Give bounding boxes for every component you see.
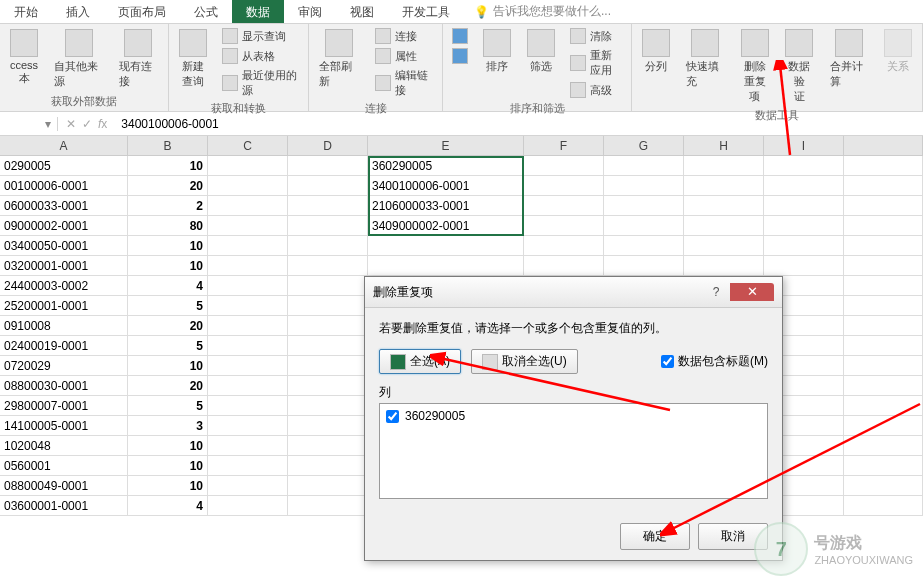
deselect-all-button[interactable]: 取消全选(U) xyxy=(471,349,578,374)
cell[interactable] xyxy=(844,416,923,435)
cell[interactable]: 00100006-0001 xyxy=(0,176,128,195)
cell[interactable] xyxy=(844,316,923,335)
dialog-close-button[interactable]: ✕ xyxy=(730,283,774,301)
cell[interactable]: 3409000002-0001 xyxy=(368,216,524,235)
cell[interactable] xyxy=(844,236,923,255)
cell[interactable]: 03400050-0001 xyxy=(0,236,128,255)
cell[interactable]: 25200001-0001 xyxy=(0,296,128,315)
accept-formula-icon[interactable]: ✓ xyxy=(82,117,92,131)
tell-me[interactable]: 💡告诉我您想要做什么... xyxy=(464,0,621,23)
cell[interactable]: 08800049-0001 xyxy=(0,476,128,495)
cell[interactable]: 3 xyxy=(128,416,208,435)
cell[interactable] xyxy=(844,216,923,235)
cell[interactable] xyxy=(208,456,288,475)
tab-view[interactable]: 视图 xyxy=(336,0,388,23)
cell[interactable] xyxy=(368,256,524,275)
cell[interactable] xyxy=(288,396,368,415)
ok-button[interactable]: 确定 xyxy=(620,523,690,550)
cell[interactable] xyxy=(208,356,288,375)
cell[interactable] xyxy=(288,216,368,235)
cell[interactable]: 5 xyxy=(128,296,208,315)
cell[interactable]: 10 xyxy=(128,456,208,475)
cell[interactable] xyxy=(764,176,844,195)
cancel-formula-icon[interactable]: ✕ xyxy=(66,117,76,131)
btn-refresh-all[interactable]: 全部刷新 xyxy=(315,27,364,91)
cell[interactable] xyxy=(524,176,604,195)
cell[interactable]: 360290005 xyxy=(368,156,524,175)
cell[interactable] xyxy=(208,376,288,395)
cell[interactable] xyxy=(604,156,684,175)
cell[interactable] xyxy=(684,256,764,275)
cell[interactable] xyxy=(844,336,923,355)
cell[interactable] xyxy=(844,196,923,215)
cell[interactable]: 0560001 xyxy=(0,456,128,475)
col-header-f[interactable]: F xyxy=(524,136,604,155)
cell[interactable] xyxy=(288,336,368,355)
cell[interactable] xyxy=(764,236,844,255)
cell[interactable]: 14100005-0001 xyxy=(0,416,128,435)
btn-from-table[interactable]: 从表格 xyxy=(219,47,302,65)
cell[interactable] xyxy=(524,196,604,215)
cell[interactable] xyxy=(208,316,288,335)
cell[interactable] xyxy=(288,256,368,275)
cell[interactable] xyxy=(288,296,368,315)
btn-sort[interactable]: 排序 xyxy=(479,27,515,76)
table-row[interactable]: 06000033-000122106000033-0001 xyxy=(0,196,923,216)
cell[interactable] xyxy=(288,436,368,455)
cell[interactable] xyxy=(288,476,368,495)
cell[interactable]: 20 xyxy=(128,176,208,195)
cell[interactable]: 24400003-0002 xyxy=(0,276,128,295)
has-header-checkbox[interactable]: 数据包含标题(M) xyxy=(661,353,768,370)
col-header-h[interactable]: H xyxy=(684,136,764,155)
cell[interactable]: 5 xyxy=(128,336,208,355)
cell[interactable]: 4 xyxy=(128,496,208,515)
cell[interactable] xyxy=(764,156,844,175)
cell[interactable] xyxy=(208,336,288,355)
cell[interactable]: 5 xyxy=(128,396,208,415)
cell[interactable] xyxy=(764,216,844,235)
cell[interactable]: 10 xyxy=(128,236,208,255)
cell[interactable]: 03200001-0001 xyxy=(0,256,128,275)
btn-remove-duplicates[interactable]: 删除 重复项 xyxy=(736,27,773,106)
col-header-d[interactable]: D xyxy=(288,136,368,155)
cell[interactable]: 10 xyxy=(128,256,208,275)
cell[interactable] xyxy=(208,196,288,215)
fx-icon[interactable]: fx xyxy=(98,117,107,131)
cell[interactable]: 4 xyxy=(128,276,208,295)
tab-dev[interactable]: 开发工具 xyxy=(388,0,464,23)
cell[interactable]: 09000002-0001 xyxy=(0,216,128,235)
cell[interactable] xyxy=(844,156,923,175)
cell[interactable] xyxy=(524,216,604,235)
col-header-i[interactable]: I xyxy=(764,136,844,155)
btn-advanced[interactable]: 高级 xyxy=(567,81,625,99)
btn-properties[interactable]: 属性 xyxy=(372,47,437,65)
cell[interactable]: 10 xyxy=(128,436,208,455)
cell[interactable] xyxy=(524,156,604,175)
cell[interactable] xyxy=(604,176,684,195)
btn-existing-conn[interactable]: 现有连接 xyxy=(115,27,162,91)
table-row[interactable]: 00100006-0001203400100006-0001 xyxy=(0,176,923,196)
btn-text-to-cols[interactable]: 分列 xyxy=(638,27,674,76)
cell[interactable] xyxy=(208,296,288,315)
cell[interactable] xyxy=(288,276,368,295)
cell[interactable] xyxy=(208,396,288,415)
cell[interactable] xyxy=(368,236,524,255)
select-all-button[interactable]: 全选(A) xyxy=(379,349,461,374)
cell[interactable] xyxy=(844,496,923,515)
col-header-j[interactable] xyxy=(844,136,923,155)
columns-listbox[interactable]: 360290005 xyxy=(379,403,768,499)
cell[interactable] xyxy=(288,496,368,515)
col-header-c[interactable]: C xyxy=(208,136,288,155)
table-row[interactable]: 09000002-0001803409000002-0001 xyxy=(0,216,923,236)
cell[interactable] xyxy=(288,196,368,215)
cell[interactable]: 06000033-0001 xyxy=(0,196,128,215)
btn-show-queries[interactable]: 显示查询 xyxy=(219,27,302,45)
btn-filter[interactable]: 筛选 xyxy=(523,27,559,76)
cell[interactable] xyxy=(208,416,288,435)
tab-insert[interactable]: 插入 xyxy=(52,0,104,23)
table-row[interactable]: 029000510360290005 xyxy=(0,156,923,176)
cell[interactable]: 10 xyxy=(128,156,208,175)
tab-data[interactable]: 数据 xyxy=(232,0,284,23)
btn-other-source[interactable]: 自其他来源 xyxy=(50,27,107,91)
cell[interactable] xyxy=(764,196,844,215)
